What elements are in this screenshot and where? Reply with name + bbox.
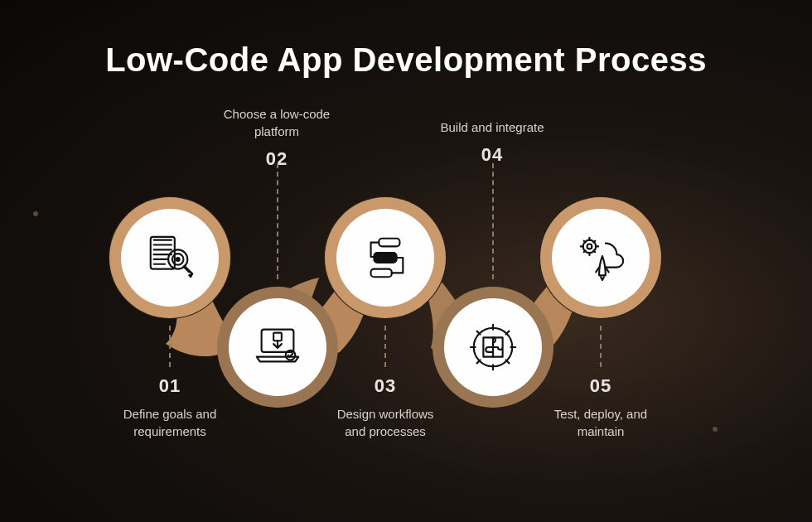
step-circle-05 — [552, 209, 650, 307]
step-label: Define goals and requirements — [112, 405, 228, 440]
step-circle-02 — [229, 298, 326, 396]
dashed-connector — [384, 326, 386, 367]
dashed-connector — [492, 163, 494, 279]
gear-puzzle-icon — [467, 321, 519, 373]
step-text-02: Choose a low-code platform 02 — [219, 97, 335, 170]
workflow-blocks-icon — [360, 232, 411, 283]
step-text-05: 05 Test, deploy, and maintain — [543, 375, 659, 440]
step-circle-01 — [121, 209, 219, 307]
process-diagram: 01 Define goals and requirements Choose … — [0, 95, 812, 510]
step-circle-03 — [336, 209, 434, 307]
step-number: 05 — [543, 375, 659, 397]
laptop-download-icon — [252, 321, 303, 373]
step-text-04: Build and integrate 04 — [434, 110, 550, 166]
dashed-connector — [277, 163, 278, 279]
svg-point-12 — [587, 244, 592, 249]
dashed-connector — [600, 326, 602, 367]
rocket-cloud-gear-icon — [575, 232, 626, 283]
svg-rect-8 — [374, 253, 396, 263]
step-number: 01 — [112, 375, 228, 397]
svg-rect-9 — [371, 269, 392, 278]
step-label: Choose a low-code platform — [219, 105, 335, 140]
svg-rect-5 — [273, 333, 282, 341]
document-target-icon — [144, 232, 196, 283]
page-title: Low-Code App Development Process — [0, 0, 812, 79]
step-label: Design workflows and processes — [327, 405, 443, 440]
step-text-01: 01 Define goals and requirements — [112, 375, 228, 440]
dashed-connector — [169, 326, 171, 367]
step-circle-04 — [444, 298, 542, 396]
step-number: 03 — [327, 375, 443, 397]
step-label: Test, deploy, and maintain — [543, 405, 659, 440]
step-text-03: 03 Design workflows and processes — [327, 375, 443, 440]
svg-rect-7 — [379, 239, 399, 247]
step-label: Build and integrate — [434, 118, 550, 136]
svg-point-3 — [176, 258, 180, 261]
